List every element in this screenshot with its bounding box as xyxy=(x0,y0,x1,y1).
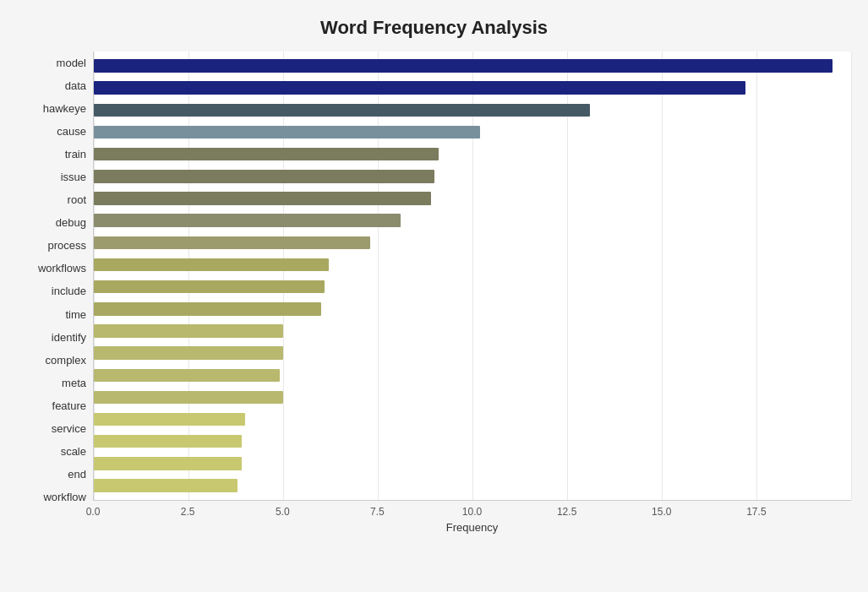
x-tick: 17.5 xyxy=(746,506,766,518)
bar xyxy=(94,413,245,426)
x-tick: 5.0 xyxy=(276,506,290,518)
y-label: include xyxy=(52,285,86,296)
x-tick: 2.5 xyxy=(181,506,195,518)
chart-area: modeldatahawkeyecausetrainissuerootdebug… xyxy=(17,52,851,534)
chart-container: Word Frequency Analysis modeldatahawkeye… xyxy=(0,0,868,592)
bar xyxy=(94,104,590,117)
bar xyxy=(94,126,480,139)
bar-row xyxy=(94,475,851,497)
y-label: time xyxy=(65,309,86,320)
bar xyxy=(94,214,401,227)
bar-row xyxy=(94,231,851,253)
y-label: data xyxy=(65,80,86,91)
x-axis: 0.02.55.07.510.012.515.017.5 xyxy=(93,501,851,518)
bar xyxy=(94,346,283,360)
y-label: end xyxy=(68,469,86,480)
bar xyxy=(94,369,280,383)
bars-section xyxy=(93,52,851,501)
x-tick: 15.0 xyxy=(652,506,671,518)
bars-wrapper xyxy=(94,52,851,500)
y-label: issue xyxy=(61,171,86,182)
bar xyxy=(94,435,242,448)
y-label: scale xyxy=(61,446,86,457)
y-label: train xyxy=(65,149,86,160)
bar-row xyxy=(94,187,851,209)
bar-row xyxy=(94,144,851,166)
y-label: model xyxy=(57,57,86,68)
chart-title: Word Frequency Analysis xyxy=(17,17,851,39)
x-tick: 0.0 xyxy=(86,506,101,518)
bar-row xyxy=(94,431,851,453)
bar xyxy=(94,457,242,470)
bar-row xyxy=(94,364,851,386)
bar xyxy=(94,258,329,272)
bar xyxy=(94,236,370,250)
bar-row xyxy=(94,342,851,364)
bar xyxy=(94,302,321,316)
y-label: cause xyxy=(57,126,86,137)
y-label: hawkeye xyxy=(43,103,86,114)
bar-row xyxy=(94,453,851,475)
bar-row xyxy=(94,276,851,298)
bar-row xyxy=(94,253,851,275)
y-label: complex xyxy=(46,355,86,366)
bar xyxy=(94,170,434,183)
y-label: meta xyxy=(62,377,86,388)
bar-row xyxy=(94,298,851,320)
bars-and-x: 0.02.55.07.510.012.515.017.5 Frequency xyxy=(93,52,851,534)
bar-row xyxy=(94,99,851,121)
bar xyxy=(94,324,283,338)
y-label: process xyxy=(47,240,86,251)
bar xyxy=(94,59,833,73)
bar-row xyxy=(94,386,851,408)
bar-row xyxy=(94,409,851,431)
bar-row xyxy=(94,320,851,342)
bar-row xyxy=(94,166,851,187)
x-tick: 7.5 xyxy=(370,506,385,518)
y-labels: modeldatahawkeyecausetrainissuerootdebug… xyxy=(17,52,93,534)
y-label: root xyxy=(68,194,86,205)
bar-row xyxy=(94,209,851,231)
bar xyxy=(94,192,431,205)
y-label: debug xyxy=(56,217,86,228)
y-label: workflow xyxy=(43,492,86,502)
bar xyxy=(94,391,283,405)
bar xyxy=(94,479,237,492)
bar xyxy=(94,81,745,95)
bar-row xyxy=(94,55,851,77)
y-label: identify xyxy=(52,332,86,343)
bar-row xyxy=(94,77,851,99)
x-axis-label: Frequency xyxy=(93,521,851,534)
y-label: workflows xyxy=(38,263,86,274)
x-tick: 12.5 xyxy=(557,506,576,518)
y-label: service xyxy=(52,423,86,434)
grid-line xyxy=(851,52,852,500)
x-tick: 10.0 xyxy=(462,506,482,518)
bar xyxy=(94,148,439,161)
y-label: feature xyxy=(52,400,86,411)
bar-row xyxy=(94,121,851,143)
bar xyxy=(94,280,325,294)
